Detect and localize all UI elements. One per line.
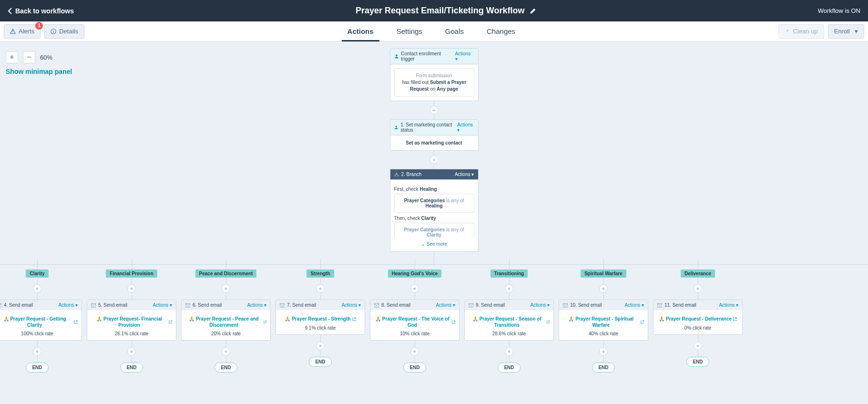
connector [226,356,226,363]
back-label: Back to workflows [15,7,74,15]
connector [509,293,510,300]
click-rate: 20% click rate [185,331,266,336]
email-link[interactable]: 🙏 Prayer Request - Strength [285,316,356,322]
send-email-node[interactable]: 8. Send email Actions ▾ 🙏 Prayer Request… [370,300,460,341]
step-label: 11. Send email [664,302,696,308]
step-actions-dropdown[interactable]: Actions ▾ [719,302,738,308]
workflow-canvas[interactable]: + − 60% Show minimap panel Contact enrol… [0,41,868,404]
branch-tag[interactable]: Deliverance [681,269,715,278]
end-pill: END [498,363,520,373]
add-step-button[interactable]: + [599,347,608,356]
step-label: 9. Send email [476,302,505,308]
email-link[interactable]: 🙏 Prayer Request - Deliverance [659,316,737,322]
set-marketing-contact-node[interactable]: 1. Set marketing contact status Actions … [390,119,479,151]
connector [37,278,38,284]
step-actions-dropdown[interactable]: Actions ▾ [530,302,550,308]
tab-actions[interactable]: Actions [347,21,374,41]
enrollment-trigger-node[interactable]: Contact enrollment trigger Actions ▾ For… [390,48,479,101]
add-step-button[interactable]: + [430,106,439,114]
cleanup-button[interactable]: Clean up [778,24,824,39]
step-actions-dropdown[interactable]: Actions ▾ [58,302,78,308]
click-rate: 28.6% click rate [469,331,550,336]
send-email-node[interactable]: 11. Send email Actions ▾ 🙏 Prayer Reques… [653,300,743,335]
envelope-icon [374,303,379,308]
trigger-condition-box: Form submission has filled out Submit a … [394,68,474,97]
connector [603,341,604,347]
branch-tag[interactable]: Spiritual Warfare [581,269,626,278]
branch-tag[interactable]: Clarity [26,269,48,278]
email-link[interactable]: 🙏 Prayer Request - The Voice of God [374,316,455,328]
add-step-button[interactable]: + [410,284,419,293]
email-link[interactable]: 🙏 Prayer Request- Financial Provision [91,316,172,328]
connector [320,293,321,300]
step-actions-dropdown[interactable]: Actions ▾ [436,302,455,308]
add-step-button[interactable]: + [127,347,136,356]
add-step-button[interactable]: + [505,347,513,356]
trigger-actions-dropdown[interactable]: Actions ▾ [455,51,474,62]
pencil-icon[interactable] [530,8,536,14]
back-to-workflows-link[interactable]: Back to workflows [8,7,74,15]
step-actions-dropdown[interactable]: Actions ▾ [153,302,172,308]
details-button[interactable]: Details [44,24,84,39]
branch-col: Hearing God's Voice + 8. Send email Acti… [369,259,460,373]
connector [226,341,226,347]
branch-col: Transitioning + 9. Send email Actions ▾ … [463,259,555,373]
add-step-button[interactable]: + [33,284,41,293]
tab-settings[interactable]: Settings [397,21,422,41]
tab-goals[interactable]: Goals [445,21,464,41]
email-link[interactable]: 🙏 Prayer Request - Getting Clarity [0,316,78,328]
send-email-node[interactable]: 7. Send email Actions ▾ 🙏 Prayer Request… [276,300,365,335]
add-step-button[interactable]: + [505,284,513,293]
add-step-button[interactable]: + [316,342,325,350]
show-minimap-link[interactable]: Show minimap panel [6,68,72,75]
send-email-node[interactable]: 9. Send email Actions ▾ 🙏 Prayer Request… [464,300,554,341]
step-actions-dropdown[interactable]: Actions ▾ [341,302,361,308]
add-step-button[interactable]: + [127,284,136,293]
branch-tag[interactable]: Transitioning [490,269,528,278]
zoom-out-button[interactable]: − [23,51,35,63]
add-step-button[interactable]: + [410,347,419,356]
external-link-icon [452,320,455,324]
email-link[interactable]: 🙏 Prayer Request - Spiritual Warfare [563,316,644,328]
end-pill: END [403,363,426,373]
add-step-button[interactable]: + [222,347,230,356]
workflow-center-stack: Contact enrollment trigger Actions ▾ For… [390,48,479,266]
zoom-in-button[interactable]: + [6,51,18,63]
enroll-button[interactable]: Enroll ▾ [828,24,864,39]
step-actions-dropdown[interactable]: Actions ▾ [624,302,644,308]
step-label: 10. Send email [570,302,602,308]
step1-actions-dropdown[interactable]: Actions ▾ [457,122,474,133]
tab-changes[interactable]: Changes [487,21,515,41]
branch-col: Strength + 7. Send email Actions ▾ 🙏 Pra… [275,259,366,373]
click-rate: 9.1% click rate [280,325,361,331]
add-step-button[interactable]: + [33,347,41,356]
email-link[interactable]: 🙏 Prayer Request - Peace and Discernment [185,316,266,328]
alerts-button[interactable]: Alerts 1 [4,24,41,39]
branch-tag[interactable]: Peace and Discernment [195,269,257,278]
see-more-link[interactable]: ⌄ See more [394,238,474,248]
add-step-button[interactable]: + [316,284,325,293]
connector [320,278,321,284]
branch-tag[interactable]: Hearing God's Voice [388,269,442,278]
send-email-node[interactable]: 6. Send email Actions ▾ 🙏 Prayer Request… [181,300,271,341]
add-step-button[interactable]: + [599,284,608,293]
connector [603,293,604,300]
email-link[interactable]: 🙏 Prayer Request - Season of Transitions [469,316,550,328]
branch-row: ons ▾ Clarity + 4. Send email Actions ▾ … [0,259,868,404]
branch-node[interactable]: 2. Branch Actions ▾ First, check Healing… [390,169,479,252]
step-actions-dropdown[interactable]: Actions ▾ [247,302,266,308]
enroll-label: Enroll [834,28,850,35]
connector [226,293,226,300]
branch-tag[interactable]: Strength [306,269,334,278]
add-step-button[interactable]: + [694,342,702,350]
add-step-button[interactable]: + [430,155,439,164]
connector [37,293,38,300]
send-email-node[interactable]: 5. Send email Actions ▾ 🙏 Prayer Request… [87,300,176,341]
branch-actions-dropdown[interactable]: Actions ▾ [455,172,474,177]
send-email-node[interactable]: 4. Send email Actions ▾ 🙏 Prayer Request… [0,300,82,341]
branch-tag[interactable]: Financial Provision [106,269,157,278]
add-step-button[interactable]: + [222,284,230,293]
external-link-icon [547,320,550,324]
send-email-node[interactable]: 10. Send email Actions ▾ 🙏 Prayer Reques… [559,300,648,341]
add-step-button[interactable]: + [694,284,702,293]
